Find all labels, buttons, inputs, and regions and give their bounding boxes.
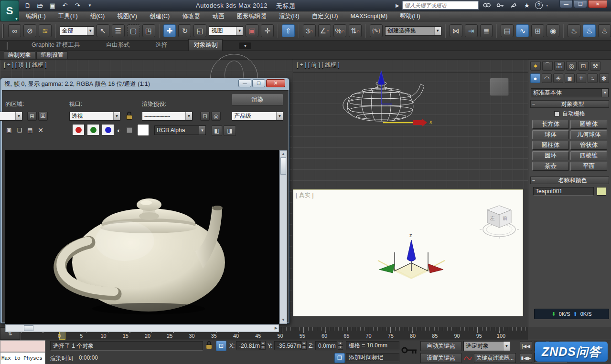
select-and-link-icon[interactable]: ∞ [8,24,21,37]
key-curve-icon[interactable] [463,354,472,363]
name-color-rollout-header[interactable]: − 名称和颜色 [530,177,609,184]
menu-item[interactable]: 图形编辑器 [237,12,267,21]
tab-display-icon[interactable]: ⊡ [578,61,589,71]
autogrid-checkbox[interactable] [554,111,559,116]
new-file-icon[interactable]: 🗋 [23,1,32,10]
render-production-icon[interactable]: ♨ [598,24,611,37]
maxscript-listener-line[interactable]: Max to Physcs ( [0,352,45,364]
edit-region-icon[interactable]: ⊞ [27,112,37,121]
clone-rfw-icon[interactable]: ❏ [15,125,24,135]
object-color-swatch[interactable] [597,187,606,196]
object-type-button[interactable]: 长方体 [532,120,569,129]
rfw-minimize-button[interactable]: — [238,79,251,87]
select-by-name-icon[interactable]: ☰ [112,24,125,37]
rfw-horizontal-scrollbar[interactable]: ▶ [5,324,279,332]
object-type-button[interactable]: 管状体 [570,141,607,150]
y-spinner[interactable]: ▲▼ [301,341,307,350]
x-spinner[interactable]: ▲▼ [260,341,266,350]
rfw-title-bar[interactable]: 视, 帧 0, 显示 gamma: 2.2, RGBA 颜色 16 位/通道 (… [0,78,289,90]
y-coordinate-field[interactable]: -35.567mm [274,341,301,350]
render-preset-dropdown[interactable]: -------------------▼ [142,112,193,121]
geometry-category-dropdown[interactable]: 标准基本体▼ [531,88,609,97]
schematic-view-icon[interactable]: ⊞ [531,24,544,37]
open-file-icon[interactable]: 🗁 [35,1,45,10]
red-channel-icon[interactable] [72,124,85,135]
isolate-selection-icon[interactable]: ❐ [334,353,345,363]
select-and-rotate-icon[interactable]: ↻ [178,24,191,37]
clear-image-icon[interactable]: ✕ [36,125,45,135]
key-filters-button[interactable]: 关键点过滤器... [474,353,516,363]
mono-channel-icon[interactable]: ◐ [117,127,121,134]
rfw-viewport-dropdown[interactable]: 透视▼ [69,112,120,121]
application-menu-button[interactable]: S▼ [0,0,19,21]
rfw-vertical-scrollbar[interactable]: ▲ ▼ [279,150,287,324]
systems-icon[interactable]: ✱ [599,73,609,83]
subscription-key-icon[interactable] [495,1,505,10]
mirror-icon[interactable]: ⋈ [450,24,462,37]
help-dropdown-icon[interactable]: ▼ [546,4,549,7]
percent-snap-icon[interactable]: %∩ [333,24,346,37]
qat-dropdown-icon[interactable]: ▼ [85,1,95,10]
x-coordinate-field[interactable]: -20.81mm [236,341,260,350]
help-icon[interactable]: ? [535,1,543,9]
viewport-top-label[interactable]: [ + ] [ 顶 ] [ 线框 ] [4,61,47,69]
align-icon[interactable]: ⇥ [465,24,478,37]
object-type-button[interactable]: 四棱锥 [570,151,607,160]
viewport-front[interactable]: [ + ] [ 前 ] [ 线框 ] [293,60,528,188]
named-selection-set-combo[interactable]: 创建选择集▼ [385,26,441,36]
tab-selection[interactable]: 选择 [150,40,172,51]
geometry-icon[interactable]: ● [530,73,540,83]
menu-item[interactable]: 动画 [213,12,225,21]
ribbon-minimize-icon[interactable]: ▼ [239,42,251,49]
angle-snap-icon[interactable]: ∠∩ [318,24,331,37]
keyboard-override-icon[interactable]: ⇧ [282,24,295,37]
select-and-move-icon[interactable]: ✚ [163,24,176,37]
tab-utilities-icon[interactable]: ⚒ [590,61,600,71]
tab-create-icon[interactable]: ✶ [530,61,541,71]
rfw-close-button[interactable]: ✕ [266,79,285,87]
move-gizmo[interactable]: z [371,225,452,287]
viewport-front-label[interactable]: [ + ] [ 前 ] [ 线框 ] [297,61,340,69]
key-mode-icon[interactable]: ▮◀▶ [520,353,532,363]
save-image-icon[interactable]: ▣ [4,125,14,135]
select-and-scale-icon[interactable]: ◱ [193,24,206,37]
object-type-button[interactable]: 茶壶 [532,162,569,171]
use-pivot-center-icon[interactable]: ▣ [246,24,258,37]
area-to-render-dropdown[interactable]: ▼ [0,112,22,121]
tab-hierarchy-icon[interactable]: 品 [554,61,565,71]
menu-item[interactable]: 编辑(E) [26,12,46,21]
spinner-snap-icon[interactable]: ⇅∩ [349,24,362,37]
window-crossing-icon[interactable]: ◳ [142,24,155,37]
tab-graphite-modeling[interactable]: Graphite 建模工具 [27,40,85,51]
undo-icon[interactable]: ↶ [60,1,70,10]
rendered-image[interactable] [5,150,279,324]
menu-item[interactable]: 视图(V) [117,12,137,21]
object-type-rollout-header[interactable]: − 对象类型 [530,100,609,108]
print-image-icon[interactable]: ▤ [25,125,35,135]
environment-icon[interactable]: ◎ [211,112,221,121]
menu-item[interactable]: 渲染(R) [279,12,299,21]
selection-set-scope-dropdown[interactable]: 选定对象▼ [463,341,510,351]
render-quality-dropdown[interactable]: 产品级▼ [232,112,283,121]
object-type-button[interactable]: 圆柱体 [532,141,569,150]
select-object-icon[interactable]: ↖ [96,24,109,37]
auto-region-icon[interactable]: 回 [38,112,48,121]
menu-item[interactable]: 组(G) [90,12,105,21]
viewport-perspective[interactable]: [ 真实 ] z 左 前 [293,189,523,316]
background-color-swatch[interactable] [137,124,149,136]
menu-item[interactable]: 修改器 [182,12,200,21]
teapot-wireframe[interactable]: x [333,71,435,127]
ribbon-grip[interactable] [7,42,9,50]
tab-motion-icon[interactable]: ◎ [566,61,577,71]
menu-item[interactable]: 创建(C) [150,12,170,21]
go-to-start-icon[interactable]: |◀◀ [520,341,532,351]
maxscript-mini-listener[interactable] [0,340,45,352]
bind-to-spacewarp-icon[interactable]: ≋ [39,24,52,37]
rfw-maximize-button[interactable]: ❐ [252,79,265,87]
favorites-star-icon[interactable]: ★ [522,1,532,10]
z-coordinate-field[interactable]: 0.0mm [315,341,337,350]
search-binoculars-icon[interactable] [482,1,492,10]
render-setup-mini-icon[interactable]: ⊡ [200,112,210,121]
select-and-manipulate-icon[interactable]: ✛ [261,24,274,37]
viewcube-front-viewport[interactable] [490,78,509,96]
